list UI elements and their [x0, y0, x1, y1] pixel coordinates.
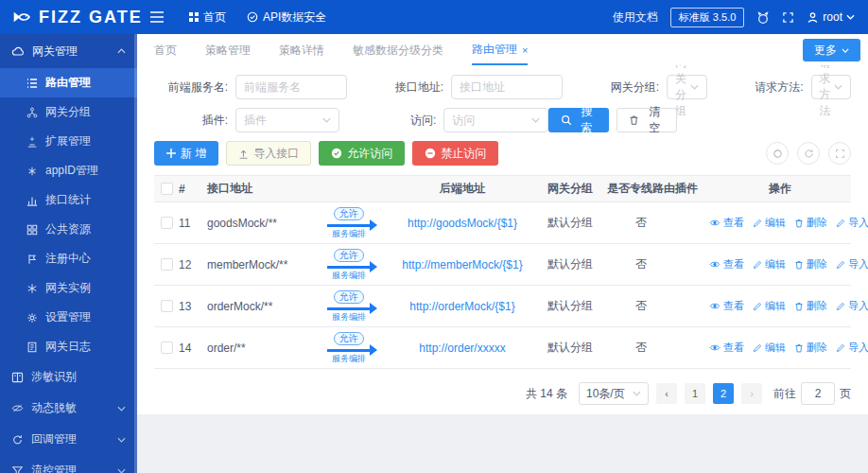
table-header-row: # 接口地址 后端地址 网关分组 是否专线路由 插件 操作 [154, 176, 851, 202]
sidebar-item-sensitive-identification[interactable]: 涉敏识别 [0, 361, 137, 393]
check-circle-icon [331, 148, 342, 159]
forbid-access-button[interactable]: 禁止访问 [412, 141, 498, 166]
view-action[interactable]: 查看 [709, 341, 744, 355]
edit-action[interactable]: 编辑 [753, 299, 786, 313]
delete-action[interactable]: 删除 [794, 341, 827, 355]
sidebar-item-appid-management[interactable]: appID管理 [0, 156, 137, 185]
backend-link[interactable]: http://order/xxxxx [419, 342, 505, 355]
bar-chart-icon [26, 195, 38, 206]
row-checkbox[interactable] [161, 217, 173, 229]
edit-action[interactable]: 编辑 [753, 216, 786, 230]
shield-check-icon [247, 11, 258, 23]
allow-access-button[interactable]: 允许访问 [319, 141, 405, 166]
tab-data-classification[interactable]: 敏感数据分级分类 [353, 35, 443, 64]
clear-button[interactable]: 清 空 [616, 108, 677, 132]
page-button-1[interactable]: 1 [685, 383, 705, 404]
edit-action[interactable]: 编辑 [753, 257, 786, 272]
route-list-icon [26, 78, 38, 89]
interface-address-input[interactable] [451, 75, 563, 99]
pagination-total: 共 14 条 [526, 386, 567, 402]
minus-circle-icon [425, 148, 436, 159]
tab-route-management[interactable]: 路由管理 × [472, 34, 528, 65]
tab-home[interactable]: 首页 [154, 35, 177, 64]
view-action[interactable]: 查看 [709, 216, 744, 230]
table-row: 14 order/** 允许 服务编排 http://order/xxxxx 默… [154, 327, 851, 369]
fullscreen-icon[interactable] [782, 11, 794, 24]
search-button[interactable]: 搜 索 [548, 108, 610, 132]
add-button[interactable]: 新 增 [154, 141, 218, 166]
orchestration-label: 服务编排 [332, 272, 366, 280]
sidebar-item-settings-management[interactable]: 设置管理 [0, 303, 137, 332]
backend-link[interactable]: http://orderMock/{$1} [409, 300, 514, 313]
allow-tag: 允许 [334, 290, 364, 304]
search-icon [561, 114, 572, 126]
trash-icon [629, 114, 639, 126]
view-action[interactable]: 查看 [709, 299, 744, 313]
nav-home[interactable]: 首页 [189, 9, 226, 26]
page-button-2[interactable]: 2 [713, 383, 734, 404]
tab-policy-detail[interactable]: 策略详情 [279, 35, 324, 64]
prev-page-button[interactable]: ‹ [656, 383, 677, 404]
sidebar-item-gateway-group[interactable]: 网关分组 [0, 97, 137, 127]
sidebar-item-registry-center[interactable]: 注册中心 [0, 244, 137, 273]
row-checkbox[interactable] [161, 258, 173, 271]
docs-link[interactable]: 使用文档 [613, 9, 658, 26]
row-checkbox[interactable] [161, 342, 173, 354]
sidebar-item-gateway-logs[interactable]: 网关日志 [0, 332, 137, 361]
close-tab-icon[interactable]: × [522, 44, 528, 56]
access-select[interactable]: 访问 [443, 108, 547, 132]
chevron-down-icon [531, 117, 540, 123]
nav-api-security[interactable]: API数据安全 [247, 9, 326, 26]
backend-link[interactable]: http://memberMock/{$1} [402, 258, 522, 272]
col-id: # [179, 183, 207, 196]
goto-page-input[interactable] [801, 382, 835, 405]
import-action[interactable]: 导入接口 [836, 216, 868, 230]
chevron-down-icon [117, 437, 126, 443]
callback-icon [11, 434, 24, 446]
top-nav: 首页 API数据安全 [189, 9, 326, 26]
delete-action[interactable]: 删除 [794, 299, 827, 313]
delete-action[interactable]: 删除 [794, 257, 827, 272]
import-action[interactable]: 导入接口 [836, 257, 868, 272]
frontend-service-input[interactable] [235, 75, 347, 99]
sidebar-group-callback-management[interactable]: 回调管理 [0, 424, 137, 455]
tab-policy-management[interactable]: 策略管理 [205, 35, 251, 64]
row-checkbox[interactable] [161, 300, 173, 312]
sidebar-group-dynamic-masking[interactable]: 动态脱敏 [0, 393, 137, 424]
sidebar-item-route-management[interactable]: 路由管理 [0, 68, 137, 97]
select-all-checkbox[interactable] [161, 183, 173, 195]
import-interface-button[interactable]: 导入接口 [226, 141, 311, 166]
column-settings-icon[interactable] [828, 142, 851, 165]
route-flow: 允许 服务编排 [327, 332, 371, 363]
route-arrow-icon [327, 266, 371, 269]
next-page-button[interactable]: › [741, 383, 762, 404]
sidebar-item-extension-management[interactable]: 扩展管理 [0, 127, 137, 156]
more-button[interactable]: 更多 [803, 39, 860, 61]
delete-action[interactable]: 删除 [794, 216, 827, 230]
request-method-label: 请求方法: [730, 79, 804, 96]
import-action[interactable]: 导入接口 [836, 299, 868, 313]
sidebar-item-public-resources[interactable]: 公共资源 [0, 215, 137, 244]
view-action[interactable]: 查看 [709, 257, 744, 272]
top-header: FIZZ GATE 首页 API数据安全 使用文档 标准版 3.5.0 [0, 0, 868, 34]
request-method-select[interactable]: 请求方法 [811, 75, 852, 99]
cloud-icon [11, 45, 25, 57]
goto-unit: 页 [840, 386, 851, 402]
backend-link[interactable]: http://goodsMock/{$1} [408, 217, 517, 230]
github-icon[interactable] [756, 11, 770, 24]
sidebar-item-interface-statistics[interactable]: 接口统计 [0, 185, 137, 215]
chevron-down-icon [690, 84, 699, 90]
hamburger-menu-icon[interactable] [146, 8, 168, 26]
sidebar-group-flow-control[interactable]: 流控管理 [0, 455, 137, 473]
refresh-icon[interactable] [797, 142, 820, 165]
density-icon[interactable] [766, 142, 789, 165]
plugin-select[interactable]: 插件 [235, 108, 339, 132]
gateway-group-select[interactable]: 网关分组 [667, 75, 707, 99]
edit-action[interactable]: 编辑 [753, 341, 786, 355]
funnel-icon [11, 465, 24, 473]
sidebar-item-gateway-instance[interactable]: 网关实例 [0, 273, 137, 303]
import-action[interactable]: 导入接口 [836, 341, 868, 355]
sidebar-group-gateway-management[interactable]: 网关管理 [0, 34, 137, 68]
page-size-select[interactable]: 10条/页 [579, 382, 649, 405]
user-menu[interactable]: root [807, 10, 855, 24]
